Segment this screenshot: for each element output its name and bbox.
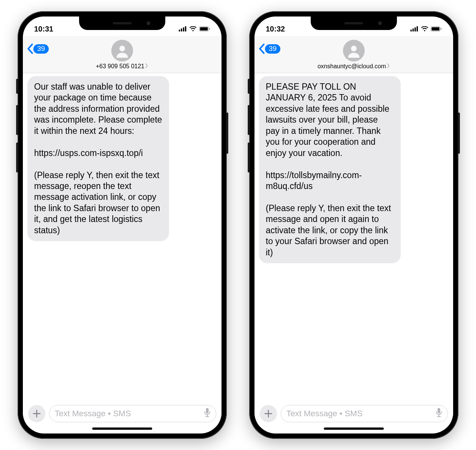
input-placeholder: Text Message • SMS [286, 409, 362, 418]
message-input[interactable]: Text Message • SMS [281, 405, 448, 422]
unread-badge: 39 [265, 44, 280, 54]
status-indicators [179, 26, 210, 32]
compose-bar: Text Message • SMS [23, 401, 222, 425]
phone-device: 10:31 39 +63 909 505 0121 Ou [18, 11, 227, 439]
mic-icon [204, 408, 211, 417]
back-button[interactable]: 39 [258, 44, 280, 54]
svg-rect-5 [200, 27, 208, 31]
sender-button[interactable]: +63 909 505 0121 [96, 63, 148, 70]
notch [79, 16, 165, 30]
unread-badge: 39 [33, 44, 49, 54]
svg-rect-6 [209, 28, 210, 30]
message-input[interactable]: Text Message • SMS [49, 405, 216, 422]
person-icon [347, 44, 361, 58]
nav-bar: 39 +63 909 505 0121 [23, 36, 222, 73]
compose-bar: Text Message • SMS [254, 401, 453, 425]
chevron-right-icon [145, 63, 148, 70]
nav-bar: 39 oxnshauntyc@icloud.com [254, 36, 453, 73]
mic-icon [436, 408, 442, 417]
home-indicator[interactable] [92, 428, 152, 430]
sender-button[interactable]: oxnshauntyc@icloud.com [317, 63, 390, 70]
status-time: 10:31 [34, 25, 53, 33]
message-list[interactable]: PLEASE PAY TOLL ON JANUARY 6, 2025 To av… [254, 73, 453, 401]
sender-label: oxnshauntyc@icloud.com [317, 63, 386, 70]
wifi-icon [189, 26, 197, 32]
input-placeholder: Text Message • SMS [55, 409, 131, 418]
mic-button[interactable] [204, 408, 211, 420]
message-bubble[interactable]: PLEASE PAY TOLL ON JANUARY 6, 2025 To av… [259, 76, 401, 263]
notch [311, 16, 397, 30]
home-indicator[interactable] [324, 428, 384, 430]
back-button[interactable]: 39 [27, 44, 49, 54]
svg-point-16 [351, 46, 356, 51]
chevron-left-icon [258, 44, 265, 54]
svg-rect-11 [415, 27, 416, 32]
svg-rect-12 [417, 26, 418, 32]
svg-rect-14 [432, 27, 440, 31]
chevron-left-icon [27, 44, 33, 54]
message-bubble[interactable]: Our staff was unable to deliver your pac… [27, 76, 169, 241]
add-button[interactable] [260, 405, 277, 422]
svg-rect-0 [179, 30, 180, 32]
signal-icon [179, 26, 187, 32]
phone-screen: 10:31 39 +63 909 505 0121 Ou [23, 16, 222, 434]
svg-rect-17 [438, 408, 440, 413]
status-time: 10:32 [266, 25, 285, 33]
svg-rect-3 [185, 26, 187, 32]
chevron-right-icon [387, 63, 390, 70]
svg-rect-8 [206, 408, 209, 413]
svg-rect-9 [410, 30, 412, 32]
battery-icon [199, 26, 210, 32]
plus-icon [33, 410, 41, 418]
battery-icon [431, 26, 442, 32]
message-list[interactable]: Our staff was unable to deliver your pac… [23, 73, 222, 401]
phone-screen: 10:32 39 oxnshauntyc@icloud.com [254, 16, 453, 434]
avatar[interactable] [111, 40, 133, 62]
signal-icon [410, 26, 419, 32]
svg-rect-2 [183, 27, 184, 32]
plus-icon [264, 410, 272, 418]
mic-button[interactable] [436, 408, 442, 420]
add-button[interactable] [28, 405, 45, 422]
sender-label: +63 909 505 0121 [96, 63, 144, 70]
person-icon [115, 44, 129, 58]
wifi-icon [421, 26, 428, 32]
svg-rect-10 [413, 28, 414, 32]
svg-point-7 [119, 46, 125, 51]
avatar[interactable] [343, 40, 365, 62]
svg-rect-1 [181, 28, 183, 32]
svg-rect-15 [441, 28, 442, 30]
phone-device: 10:32 39 oxnshauntyc@icloud.com [249, 11, 458, 439]
status-indicators [410, 26, 442, 32]
